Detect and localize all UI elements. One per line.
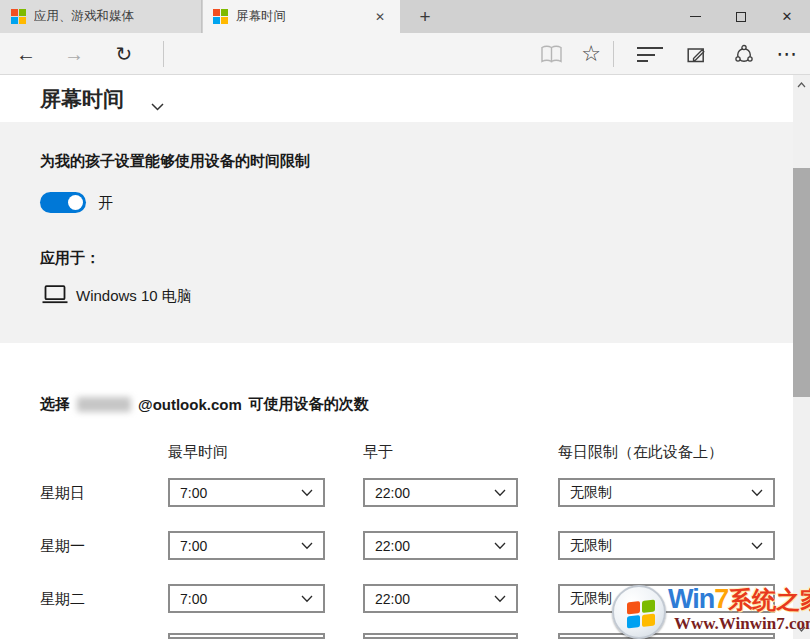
- earliest-time-select-sunday[interactable]: 7:00: [168, 478, 325, 507]
- no-later-than-select-tuesday[interactable]: 22:00: [363, 584, 518, 613]
- tab-apps-games-media[interactable]: 应用、游戏和媒体: [0, 0, 202, 33]
- daily-limit-select-partial[interactable]: [558, 633, 775, 639]
- chevron-down-icon: [494, 542, 506, 550]
- blurred-account-name: [77, 397, 131, 412]
- chevron-down-icon: [751, 595, 763, 603]
- no-later-than-select-partial[interactable]: [363, 633, 518, 639]
- select-value: 22:00: [375, 591, 410, 607]
- chevron-down-icon: [797, 626, 806, 632]
- select-value: 22:00: [375, 485, 410, 501]
- select-value: 7:00: [180, 538, 207, 554]
- minimize-button[interactable]: [672, 0, 718, 33]
- window-controls: ✕: [672, 0, 810, 33]
- laptop-icon: [42, 285, 68, 308]
- share-icon: [734, 44, 754, 64]
- chevron-down-icon: [301, 595, 313, 603]
- watermark-site-url: Www.Winwin7.com: [674, 614, 810, 634]
- daily-limit-select-tuesday[interactable]: 无限制: [558, 584, 775, 613]
- select-value: 22:00: [375, 538, 410, 554]
- favorites-button[interactable]: ☆: [577, 41, 605, 67]
- scrollbar-thumb[interactable]: [793, 168, 810, 397]
- schedule-heading-prefix: 选择: [40, 395, 70, 414]
- toggle-knob: [68, 195, 83, 210]
- minimize-icon: [690, 16, 701, 18]
- vertical-scrollbar[interactable]: [793, 75, 810, 639]
- daily-limit-select-sunday[interactable]: 无限制: [558, 478, 775, 507]
- account-email-domain: @outlook.com: [138, 396, 242, 413]
- separator: [163, 41, 164, 67]
- select-value: 无限制: [570, 537, 612, 555]
- chevron-up-icon: [797, 82, 806, 88]
- microsoft-favicon: [213, 9, 228, 24]
- screen-time-toggle[interactable]: [40, 192, 86, 213]
- web-note-button[interactable]: [685, 44, 707, 64]
- day-label-sunday: 星期日: [40, 484, 85, 503]
- column-header-daily-limit: 每日限制（在此设备上）: [558, 443, 723, 462]
- separator: [613, 41, 614, 67]
- microsoft-favicon: [11, 9, 26, 24]
- scroll-up-button[interactable]: [793, 77, 810, 93]
- chevron-down-icon: [751, 489, 763, 497]
- page-title-dropdown[interactable]: [151, 97, 164, 115]
- chevron-down-icon: [494, 595, 506, 603]
- forward-icon: →: [64, 44, 84, 64]
- no-later-than-select-sunday[interactable]: 22:00: [363, 478, 518, 507]
- new-tab-button[interactable]: +: [408, 0, 442, 33]
- earliest-time-select-partial[interactable]: [168, 633, 325, 639]
- tab-screen-time[interactable]: 屏幕时间 ✕: [203, 0, 400, 33]
- edit-icon: [687, 45, 706, 64]
- close-button[interactable]: ✕: [764, 0, 810, 33]
- refresh-button[interactable]: ↻: [110, 42, 138, 66]
- schedule-heading-suffix: 可使用设备的次数: [249, 395, 369, 414]
- navigation-bar: ← → ↻ Microsoft Corporation [US] account…: [0, 33, 810, 75]
- more-icon: ⋯: [777, 43, 798, 64]
- day-label-tuesday: 星期二: [40, 590, 85, 609]
- applies-to-heading: 应用于：: [40, 249, 100, 268]
- hub-button[interactable]: [637, 47, 663, 63]
- tab-label: 应用、游戏和媒体: [34, 8, 134, 25]
- tab-label: 屏幕时间: [236, 8, 286, 25]
- browser-window: 应用、游戏和媒体 屏幕时间 ✕ + ✕ ← → ↻: [0, 0, 810, 639]
- maximize-button[interactable]: [718, 0, 764, 33]
- reading-view-icon: [540, 45, 564, 64]
- select-value: 7:00: [180, 591, 207, 607]
- more-button[interactable]: ⋯: [772, 39, 802, 67]
- chevron-down-icon: [301, 489, 313, 497]
- day-label-monday: 星期一: [40, 537, 85, 556]
- tab-bar: 应用、游戏和媒体 屏幕时间 ✕ + ✕: [0, 0, 810, 33]
- page-title: 屏幕时间: [40, 85, 124, 113]
- forward-button[interactable]: →: [60, 42, 88, 66]
- toggle-state-label: 开: [98, 194, 113, 213]
- select-value: 无限制: [570, 590, 612, 608]
- chevron-down-icon: [151, 103, 164, 111]
- star-icon: ☆: [581, 43, 601, 65]
- back-button[interactable]: ←: [12, 42, 40, 66]
- chevron-down-icon: [751, 542, 763, 550]
- select-value: 7:00: [180, 485, 207, 501]
- select-value: 无限制: [570, 484, 612, 502]
- reading-view-button[interactable]: [539, 43, 565, 65]
- earliest-time-select-tuesday[interactable]: 7:00: [168, 584, 325, 613]
- share-button[interactable]: [733, 43, 755, 65]
- earliest-time-select-monday[interactable]: 7:00: [168, 531, 325, 560]
- column-header-earliest: 最早时间: [168, 443, 228, 462]
- maximize-icon: [736, 12, 746, 22]
- refresh-icon: ↻: [116, 44, 133, 64]
- no-later-than-select-monday[interactable]: 22:00: [363, 531, 518, 560]
- limits-heading: 为我的孩子设置能够使用设备的时间限制: [40, 152, 310, 171]
- back-icon: ←: [16, 44, 36, 64]
- schedule-heading: 选择 @outlook.com 可使用设备的次数: [40, 395, 369, 414]
- device-name: Windows 10 电脑: [76, 287, 192, 306]
- scroll-down-button[interactable]: [793, 621, 810, 637]
- chevron-down-icon: [301, 542, 313, 550]
- column-header-no-later: 早于: [363, 443, 393, 462]
- chevron-down-icon: [494, 489, 506, 497]
- daily-limit-select-monday[interactable]: 无限制: [558, 531, 775, 560]
- tab-close-icon[interactable]: ✕: [371, 8, 389, 26]
